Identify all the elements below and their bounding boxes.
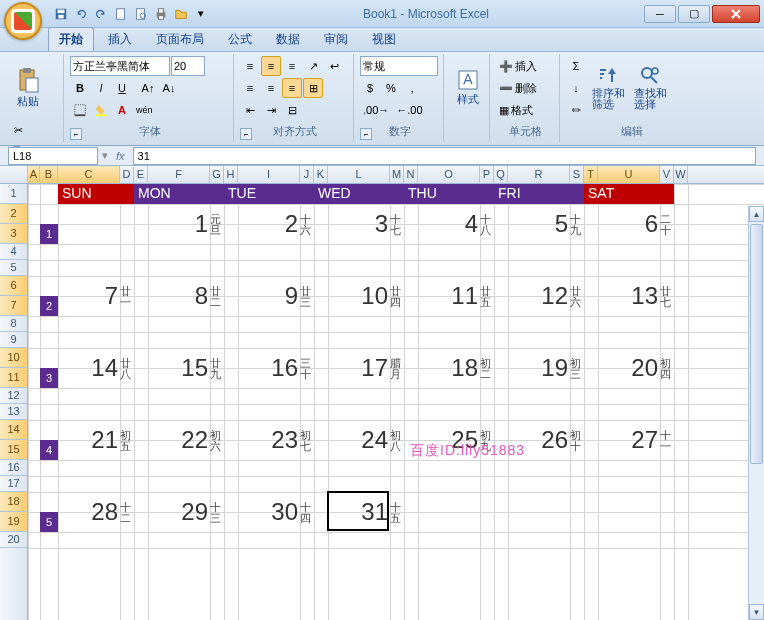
row-header-14[interactable]: 14 [0, 420, 27, 440]
col-header-A[interactable]: A [28, 166, 40, 183]
minimize-button[interactable]: ─ [644, 5, 676, 23]
grow-font-icon[interactable]: A↑ [138, 78, 158, 98]
redo-icon[interactable] [92, 5, 110, 23]
row-header-12[interactable]: 12 [0, 388, 27, 404]
number-format-input[interactable] [360, 56, 438, 76]
row-header-1[interactable]: 1 [0, 184, 27, 204]
calendar-day[interactable]: 11廿五 [418, 276, 494, 316]
calendar-day[interactable]: 12廿六 [508, 276, 584, 316]
fill-color-icon[interactable] [91, 100, 111, 120]
calendar-day[interactable]: 22初六 [148, 420, 224, 460]
calendar-day[interactable]: 23初七 [238, 420, 314, 460]
col-header-N[interactable]: N [404, 166, 418, 183]
col-header-O[interactable]: O [418, 166, 480, 183]
clear-icon[interactable]: ✏ [566, 100, 586, 120]
col-header-U[interactable]: U [598, 166, 660, 183]
cells-area[interactable]: SUNMONTUEWEDTHUFRISAT123451元旦2十六3十七4十八5十… [28, 184, 764, 620]
name-box[interactable]: L18 [8, 147, 98, 165]
calendar-day[interactable]: 21初五 [58, 420, 134, 460]
fx-icon[interactable]: fx [112, 150, 129, 162]
calendar-day[interactable]: 20初四 [598, 348, 674, 388]
font-name-input[interactable] [70, 56, 170, 76]
calendar-day[interactable]: 31十五 [328, 492, 404, 532]
align-right-icon[interactable]: ≡ [282, 78, 302, 98]
calendar-day[interactable]: 10廿四 [328, 276, 404, 316]
calendar-day[interactable]: 15廿九 [148, 348, 224, 388]
increase-decimal-icon[interactable]: .00→ [360, 100, 392, 120]
row-header-3[interactable]: 3 [0, 224, 27, 244]
currency-icon[interactable]: $ [360, 78, 380, 98]
calendar-day[interactable]: 9廿三 [238, 276, 314, 316]
calendar-day[interactable]: 7廿一 [58, 276, 134, 316]
row-header-4[interactable]: 4 [0, 244, 27, 260]
font-launcher-icon[interactable]: ⌐ [70, 128, 82, 140]
ribbon-tab-开始[interactable]: 开始 [48, 27, 94, 51]
calendar-day[interactable]: 4十八 [418, 204, 494, 244]
row-header-6[interactable]: 6 [0, 276, 27, 296]
row-header-9[interactable]: 9 [0, 332, 27, 348]
scroll-thumb[interactable] [750, 224, 763, 464]
save-icon[interactable] [52, 5, 70, 23]
find-select-button[interactable]: 查找和 选择 [630, 56, 670, 118]
align-bottom-icon[interactable]: ≡ [282, 56, 302, 76]
row-header-16[interactable]: 16 [0, 460, 27, 476]
col-header-E[interactable]: E [134, 166, 148, 183]
ribbon-tab-公式[interactable]: 公式 [218, 28, 262, 51]
sort-filter-button[interactable]: 排序和 筛选 [588, 56, 628, 118]
col-header-H[interactable]: H [224, 166, 238, 183]
col-header-I[interactable]: I [238, 166, 300, 183]
insert-cells-button[interactable]: ➕插入 [496, 56, 554, 76]
vertical-scrollbar[interactable]: ▲ ▼ [748, 206, 764, 620]
office-button[interactable] [4, 2, 42, 40]
row-header-19[interactable]: 19 [0, 512, 27, 532]
open-icon[interactable] [172, 5, 190, 23]
increase-indent-icon[interactable]: ⇥ [261, 100, 281, 120]
format-cells-button[interactable]: ▦格式 [496, 100, 554, 120]
delete-cells-button[interactable]: ➖删除 [496, 78, 554, 98]
col-header-S[interactable]: S [570, 166, 584, 183]
col-header-B[interactable]: B [40, 166, 58, 183]
styles-button[interactable]: A 样式 [450, 56, 485, 118]
col-header-L[interactable]: L [328, 166, 390, 183]
row-header-7[interactable]: 7 [0, 296, 27, 316]
undo-icon[interactable] [72, 5, 90, 23]
col-header-W[interactable]: W [674, 166, 688, 183]
formula-input[interactable] [133, 147, 756, 165]
col-header-P[interactable]: P [480, 166, 494, 183]
col-header-G[interactable]: G [210, 166, 224, 183]
calendar-day[interactable]: 5十九 [508, 204, 584, 244]
ribbon-tab-数据[interactable]: 数据 [266, 28, 310, 51]
row-header-8[interactable]: 8 [0, 316, 27, 332]
calendar-day[interactable]: 18初二 [418, 348, 494, 388]
paste-button[interactable]: 粘贴 [8, 56, 48, 118]
col-header-J[interactable]: J [300, 166, 314, 183]
comma-icon[interactable]: , [402, 78, 422, 98]
row-header-13[interactable]: 13 [0, 404, 27, 420]
calendar-day[interactable]: 17腊月 [328, 348, 404, 388]
align-middle-icon[interactable]: ≡ [261, 56, 281, 76]
row-header-11[interactable]: 11 [0, 368, 27, 388]
orientation-icon[interactable]: ↗ [303, 56, 323, 76]
ribbon-tab-视图[interactable]: 视图 [362, 28, 406, 51]
ribbon-tab-插入[interactable]: 插入 [98, 28, 142, 51]
calendar-day[interactable]: 14廿八 [58, 348, 134, 388]
row-header-15[interactable]: 15 [0, 440, 27, 460]
percent-icon[interactable]: % [381, 78, 401, 98]
maximize-button[interactable]: ▢ [678, 5, 710, 23]
calendar-day[interactable]: 19初三 [508, 348, 584, 388]
scroll-up-icon[interactable]: ▲ [749, 206, 764, 222]
worksheet-grid[interactable]: ABCDEFGHIJKLMNOPQRSTUVW 1234567891011121… [0, 166, 764, 620]
font-color-icon[interactable]: A [112, 100, 132, 120]
font-size-input[interactable] [171, 56, 205, 76]
col-header-F[interactable]: F [148, 166, 210, 183]
phonetic-icon[interactable]: wén [133, 100, 156, 120]
shrink-font-icon[interactable]: A↓ [159, 78, 179, 98]
calendar-day[interactable]: 6二十 [598, 204, 674, 244]
col-header-R[interactable]: R [508, 166, 570, 183]
decrease-decimal-icon[interactable]: ←.00 [393, 100, 425, 120]
italic-button[interactable]: I [91, 78, 111, 98]
row-header-17[interactable]: 17 [0, 476, 27, 492]
ribbon-tab-页面布局[interactable]: 页面布局 [146, 28, 214, 51]
cut-icon[interactable]: ✂ [8, 120, 28, 140]
calendar-day[interactable]: 2十六 [238, 204, 314, 244]
